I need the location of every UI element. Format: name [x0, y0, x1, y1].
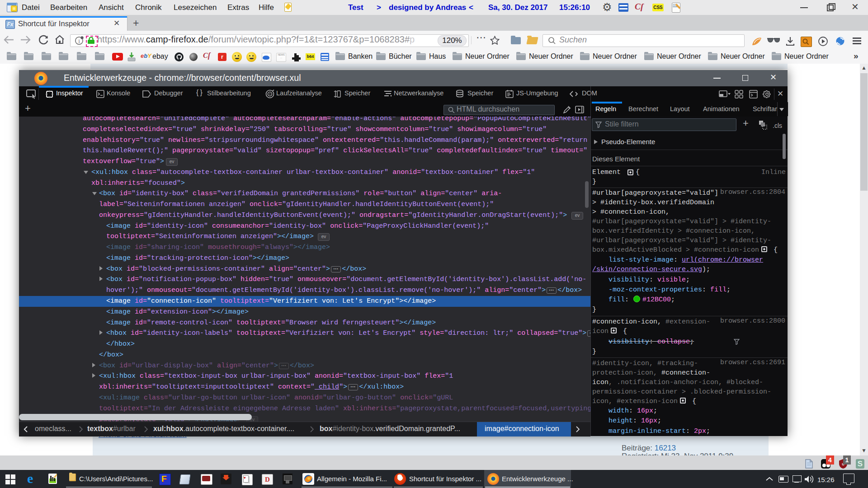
- svg-text:i: i: [78, 38, 80, 44]
